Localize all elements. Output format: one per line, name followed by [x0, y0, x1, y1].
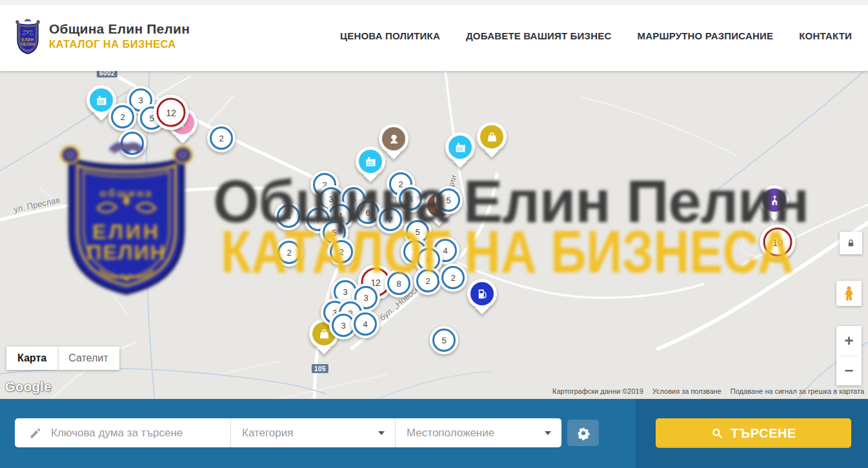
attribution-copyright: Картографски данни ©2019 — [552, 387, 643, 395]
attribution-report-link[interactable]: Подаване на сигнал за грешка в картата — [731, 387, 864, 395]
cluster-marker[interactable]: 2 — [108, 103, 137, 131]
brand-logo[interactable]: община ЕЛИН ПЕЛИН Община Елин Пелин КАТА… — [14, 15, 190, 56]
brand-subtitle: КАТАЛОГ НА БИЗНЕСА — [49, 38, 190, 50]
search-filters-group: Категория Местоположение — [15, 418, 561, 447]
cluster-marker[interactable]: 2 — [414, 267, 442, 295]
lock-icon — [845, 238, 856, 249]
cluster-marker[interactable] — [118, 129, 146, 158]
municipality-crest-icon: община ЕЛИН ПЕЛИН — [14, 18, 41, 56]
street-view-lock-button[interactable] — [840, 232, 862, 254]
factory-pin[interactable] — [445, 132, 475, 162]
map-canvas[interactable]: 32512222335544677552274812822333834510 о… — [0, 71, 868, 399]
markers-layer: 32512222335544677552274812822333834510 — [0, 71, 868, 399]
zoom-in-button[interactable]: + — [836, 326, 862, 356]
factory-icon — [359, 150, 382, 173]
crest-name-line2: ПЕЛИН — [21, 42, 35, 47]
worker-pin[interactable] — [379, 124, 409, 154]
header: община ЕЛИН ПЕЛИН Община Елин Пелин КАТА… — [0, 0, 868, 71]
cluster-marker[interactable]: 10 — [760, 225, 796, 260]
crest-name-line1: ЕЛИН — [21, 37, 34, 43]
advanced-search-button[interactable] — [567, 420, 599, 446]
zoom-control: + − — [836, 326, 862, 385]
cluster-marker[interactable]: 5 — [430, 326, 458, 354]
search-bar: Категория Местоположение ТЪРСЕНЕ — [0, 399, 868, 468]
google-logo[interactable]: Google — [5, 380, 52, 394]
keyword-search-input[interactable] — [51, 427, 219, 440]
map-type-map-button[interactable]: Карта — [6, 347, 57, 370]
pegman-button[interactable] — [836, 281, 862, 306]
cluster-marker[interactable]: 2 — [275, 238, 303, 267]
pencil-icon — [29, 427, 42, 440]
keyword-field-wrap — [15, 418, 231, 447]
category-select-label: Категория — [242, 427, 293, 440]
nav-item-add-business[interactable]: ДОБАВЕТЕ ВАШИЯТ БИЗНЕС — [466, 30, 611, 41]
map-type-control: Карта Сателит — [6, 347, 119, 370]
chevron-down-icon — [545, 431, 551, 435]
cluster-marker[interactable]: 2 — [439, 263, 467, 292]
fuel-pin[interactable] — [467, 279, 497, 309]
cluster-marker[interactable]: 3 — [396, 185, 425, 213]
map-attribution: Картографски данни ©2019 Условия за полз… — [552, 387, 864, 395]
cluster-marker[interactable]: 4 — [274, 202, 303, 230]
nav-item-pricing[interactable]: ЦЕНОВА ПОЛИТИКА — [340, 30, 440, 41]
worker-icon — [382, 127, 405, 150]
nav-item-transport-schedule[interactable]: МАРШРУТНО РАЗПИСАНИЕ — [637, 30, 773, 41]
chevron-down-icon — [378, 431, 385, 435]
location-select-label: Местоположение — [407, 427, 494, 440]
church-icon — [763, 188, 786, 212]
brand-title: Община Елин Пелин — [49, 21, 190, 37]
zoom-out-button[interactable]: − — [836, 356, 862, 386]
cluster-marker[interactable]: 5 — [434, 186, 463, 214]
nav-item-contacts[interactable]: КОНТАКТИ — [799, 30, 852, 41]
gear-icon — [576, 426, 590, 440]
factory-icon — [449, 136, 472, 159]
cluster-marker[interactable]: 2 — [207, 124, 236, 152]
shopping-bag-pin[interactable] — [477, 122, 507, 152]
cluster-marker[interactable]: 12 — [154, 95, 189, 130]
fuel-icon — [470, 282, 494, 305]
cluster-marker[interactable]: 2 — [327, 238, 356, 266]
location-select[interactable]: Местоположение — [396, 418, 561, 447]
shopping-bag-icon — [480, 125, 503, 148]
pegman-icon — [841, 285, 857, 301]
factory-icon — [90, 88, 113, 112]
cluster-marker[interactable]: 4 — [351, 310, 379, 338]
search-button[interactable]: ТЪРСЕНЕ — [656, 418, 851, 448]
church-pin[interactable] — [760, 185, 789, 215]
search-button-label: ТЪРСЕНЕ — [731, 426, 796, 441]
attribution-terms-link[interactable]: Условия за ползване — [652, 387, 722, 395]
map-type-satellite-button[interactable]: Сателит — [57, 347, 119, 370]
cluster-marker[interactable]: 8 — [385, 269, 413, 298]
factory-pin[interactable] — [356, 147, 385, 176]
category-select[interactable]: Категория — [231, 418, 396, 447]
main-nav: ЦЕНОВА ПОЛИТИКА ДОБАВЕТЕ ВАШИЯТ БИЗНЕС М… — [340, 30, 852, 41]
search-icon — [711, 427, 723, 440]
cluster-marker[interactable]: 7 — [376, 205, 405, 234]
